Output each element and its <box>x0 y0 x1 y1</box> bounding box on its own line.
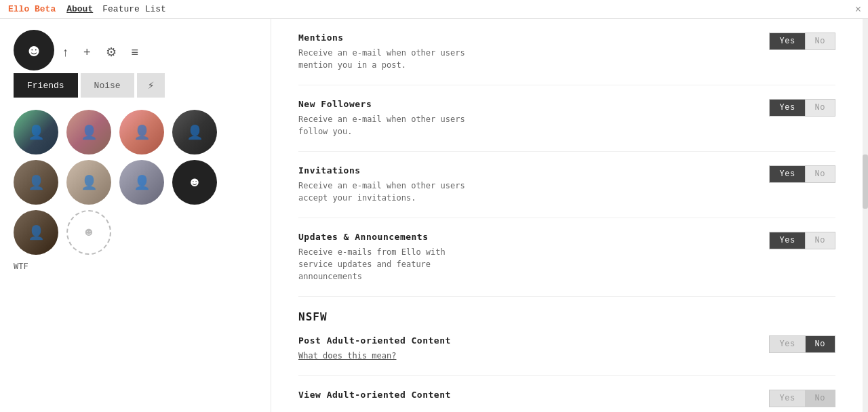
avatar-9[interactable]: 👤 <box>14 210 58 255</box>
avatar-3[interactable]: 👤 <box>119 110 164 154</box>
setting-updates-controls: Yes No <box>769 232 835 249</box>
setting-mentions-desc: Receive an e-mail when other usersmentio… <box>298 47 755 71</box>
right-panel: Mentions Receive an e-mail when other us… <box>271 19 863 412</box>
setting-invitations-desc: Receive an e-mail when other usersaccept… <box>298 180 755 204</box>
setting-new-followers-controls: Yes No <box>769 99 835 117</box>
setting-new-followers-title: New Followers <box>298 99 755 109</box>
setting-invitations-title: Invitations <box>298 165 755 176</box>
avatar-8-ello[interactable]: ☻ <box>172 160 217 205</box>
setting-post-adult-content: Post Adult-oriented Content What does th… <box>298 335 755 362</box>
avatar-1[interactable]: 👤 <box>14 110 58 154</box>
setting-view-adult-title: View Adult-oriented Content <box>298 390 755 400</box>
setting-mentions: Mentions Receive an e-mail when other us… <box>298 33 835 85</box>
setting-updates-content: Updates & Announcements Receive e-mails … <box>298 232 755 283</box>
app-title[interactable]: Ello Beta <box>8 4 56 14</box>
avatar-face-2: 👤 <box>81 124 98 141</box>
post-adult-no-button[interactable]: No <box>805 335 835 353</box>
avatar-face-1: 👤 <box>28 124 45 141</box>
setting-invitations-content: Invitations Receive an e-mail when other… <box>298 165 755 204</box>
followers-no-button[interactable]: No <box>805 99 835 117</box>
post-adult-yes-button[interactable]: Yes <box>769 335 804 353</box>
ello-logo-smile: ☻ <box>28 43 39 60</box>
setting-mentions-content: Mentions Receive an e-mail when other us… <box>298 33 755 71</box>
scrollbar-track[interactable] <box>863 19 868 412</box>
share-icon: ↑ <box>62 45 68 59</box>
close-button[interactable]: × <box>855 4 861 15</box>
setting-post-adult-desc: What does this mean? <box>298 350 755 362</box>
setting-view-adult: View Adult-oriented Content Yes No <box>298 390 835 412</box>
setting-view-adult-content: View Adult-oriented Content <box>298 390 755 404</box>
setting-post-adult: Post Adult-oriented Content What does th… <box>298 335 835 376</box>
avatar-face-6: 👤 <box>81 174 98 191</box>
updates-yes-button[interactable]: Yes <box>769 232 804 249</box>
nsfw-title: NSFW <box>298 310 835 323</box>
invitations-yes-button[interactable]: Yes <box>769 165 804 183</box>
avatar-face-7: 👤 <box>134 174 151 191</box>
nav-link-feature-list[interactable]: Feature List <box>102 4 166 14</box>
wtf-label: WTF <box>14 262 257 271</box>
nsfw-section: NSFW Post Adult-oriented Content What do… <box>298 310 835 412</box>
gear-icon: ⚙ <box>106 45 117 59</box>
tab-noise[interactable]: Noise <box>81 73 134 98</box>
view-adult-yes-button[interactable]: Yes <box>769 390 804 407</box>
setting-post-adult-controls: Yes No <box>769 335 835 353</box>
avatar-4[interactable]: 👤 <box>172 110 217 154</box>
avatar-5[interactable]: 👤 <box>14 160 58 205</box>
menu-icon: ≡ <box>132 45 139 59</box>
what-does-this-mean-link[interactable]: What does this mean? <box>298 351 397 360</box>
bolt-icon: ⚡ <box>148 80 155 92</box>
mentions-yes-button[interactable]: Yes <box>769 33 804 50</box>
avatar-face-3: 👤 <box>134 124 151 141</box>
setting-invitations-controls: Yes No <box>769 165 835 183</box>
mentions-no-button[interactable]: No <box>805 33 835 50</box>
setting-view-adult-controls: Yes No <box>769 390 835 407</box>
add-icon: + <box>83 45 91 59</box>
left-panel: ☻ ↑ + ⚙ ≡ Friends Noise ⚡ <box>0 19 271 412</box>
setting-new-followers-content: New Followers Receive an e-mail when oth… <box>298 99 755 138</box>
updates-no-button[interactable]: No <box>805 232 835 249</box>
setting-updates: Updates & Announcements Receive e-mails … <box>298 232 835 297</box>
nav-link-about[interactable]: About <box>66 4 93 14</box>
avatar-face-4: 👤 <box>186 124 203 141</box>
avatar-2[interactable]: 👤 <box>66 110 111 154</box>
avatar-logo[interactable]: ☻ <box>14 30 54 70</box>
scrollbar-thumb[interactable] <box>863 154 868 209</box>
setting-new-followers-desc: Receive an e-mail when other usersfollow… <box>298 113 755 138</box>
avatar-face-5: 👤 <box>28 174 45 191</box>
settings-button[interactable]: ⚙ <box>104 43 118 61</box>
main-layout: ☻ ↑ + ⚙ ≡ Friends Noise ⚡ <box>0 19 868 412</box>
avatar-placeholder[interactable]: ☻ <box>66 210 111 255</box>
share-button[interactable]: ↑ <box>61 44 70 61</box>
setting-invitations: Invitations Receive an e-mail when other… <box>298 165 835 218</box>
avatar-7[interactable]: 👤 <box>119 160 164 205</box>
followers-yes-button[interactable]: Yes <box>769 99 804 117</box>
tab-bolt[interactable]: ⚡ <box>137 73 165 98</box>
ello-avatar-smile: ☻ <box>191 175 199 190</box>
invitations-no-button[interactable]: No <box>805 165 835 183</box>
tab-row: Friends Noise ⚡ <box>14 73 257 98</box>
tab-friends[interactable]: Friends <box>14 73 78 98</box>
view-adult-no-button[interactable]: No <box>805 390 835 407</box>
setting-post-adult-title: Post Adult-oriented Content <box>298 335 755 346</box>
avatar-face-9: 👤 <box>28 224 45 241</box>
avatar-grid: 👤 👤 👤 👤 👤 👤 👤 ☻ <box>14 110 257 255</box>
setting-mentions-title: Mentions <box>298 33 755 43</box>
avatar-6[interactable]: 👤 <box>66 160 111 205</box>
menu-button[interactable]: ≡ <box>130 44 140 61</box>
setting-updates-desc: Receive e-mails from Ello withservice up… <box>298 246 755 283</box>
add-button[interactable]: + <box>82 44 92 61</box>
icon-row: ↑ + ⚙ ≡ <box>61 43 257 61</box>
setting-mentions-controls: Yes No <box>769 33 835 50</box>
setting-updates-title: Updates & Announcements <box>298 232 755 242</box>
placeholder-smile: ☻ <box>85 226 93 239</box>
setting-new-followers: New Followers Receive an e-mail when oth… <box>298 99 835 152</box>
top-nav: Ello Beta About Feature List × <box>0 0 868 19</box>
